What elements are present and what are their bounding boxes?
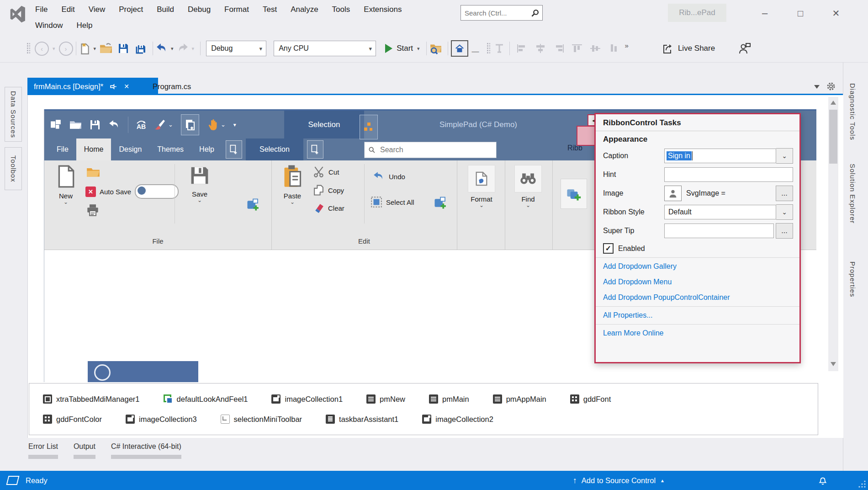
redo-icon[interactable] [177,43,189,54]
link-all-properties[interactable]: All Properties... [596,308,799,323]
designer-scrollbar[interactable] [828,97,838,371]
ribbon-tab-design[interactable]: Design [111,138,149,160]
select-all-button[interactable]: Select All [370,196,414,208]
scrollbar-thumb[interactable] [829,110,837,164]
solution-platform-select[interactable]: Any CPU ▾ [274,41,376,56]
component-item[interactable]: pmNew [366,394,405,404]
sidebar-tab-diagnostic-tools[interactable]: Diagnostic Tools [849,83,857,140]
new-project-icon[interactable] [79,43,90,54]
style-brush-button[interactable]: ⌄ [154,119,173,130]
ribbon-tab-selection[interactable]: Selection [246,138,303,160]
app-button-icon[interactable] [50,119,62,131]
open-folder-icon[interactable] [100,43,112,54]
maximize-button[interactable]: □ [789,4,811,23]
start-debugging-button[interactable]: Start ▾ [385,44,419,53]
link-add-dropdown-menu[interactable]: Add Dropdown Menu [596,274,799,290]
enabled-checkbox[interactable]: ✓ [603,243,614,254]
scroll-down-icon[interactable] [831,362,836,366]
minimize-button[interactable]: – [754,4,776,23]
redo-dropdown-icon[interactable]: ▾ [192,46,195,52]
tab-csharp-interactive[interactable]: C# Interactive (64-bit) [111,442,181,459]
auto-save-toggle[interactable] [135,184,179,199]
undo-button[interactable]: Undo [372,170,405,182]
add-to-source-control-button[interactable]: ↑ Add to Source Control ▲ [573,476,665,485]
add-page-button[interactable] [226,140,242,159]
menu-test[interactable]: Test [256,5,284,14]
menu-file[interactable]: File [28,5,54,14]
menu-project[interactable]: Project [112,5,150,14]
solution-configuration-select[interactable]: Debug ▾ [206,41,266,56]
sidebar-tab-properties[interactable]: Properties [849,261,857,297]
save-icon[interactable] [118,43,129,54]
sidebar-tab-solution-explorer[interactable]: Solution Explorer [849,164,857,224]
menu-debug[interactable]: Debug [181,5,217,14]
doc-tab-frmmain[interactable]: frmMain.cs [Design]* ✕ [27,78,158,95]
caption-input[interactable]: Sign in [664,149,776,163]
find-button[interactable]: Find ⌄ [510,165,546,208]
menu-window[interactable]: Window [28,21,69,30]
gear-icon[interactable] [826,81,836,91]
sidebar-tab-data-sources[interactable]: Data Sources [5,87,22,142]
add-bar-item-button[interactable] [434,196,447,212]
tab-output[interactable]: Output [74,442,95,459]
menu-extensions[interactable]: Extensions [357,5,408,14]
align-middles-icon[interactable] [589,43,601,53]
ribbon-style-dropdown-button[interactable]: ⌄ [776,204,793,220]
menu-analyze[interactable]: Analyze [284,5,325,14]
align-bottoms-icon[interactable] [608,43,619,53]
menu-build[interactable]: Build [150,5,181,14]
ribbon-category-header[interactable]: Selection [284,111,364,138]
toolbar-overflow-icon[interactable]: » [625,42,629,49]
add-page-button[interactable] [307,140,323,159]
link-add-dropdown-gallery[interactable]: Add Dropdown Gallery [596,259,799,274]
save-all-icon[interactable] [134,43,147,54]
quick-launch-search[interactable] [460,5,543,21]
align-lefts-icon[interactable] [516,43,528,53]
ribbon-search-input[interactable] [379,145,472,154]
print-icon[interactable] [86,204,99,218]
ribbon-search-box[interactable] [364,142,497,158]
save-button[interactable]: Save ⌄ [184,165,216,202]
close-icon[interactable]: ✕ [124,83,129,90]
copy-button[interactable]: Copy [313,184,344,196]
rename-ab-icon[interactable]: AB [136,119,146,130]
pin-icon[interactable] [110,83,117,91]
component-item[interactable]: taskbarAssistant1 [326,415,398,424]
toolbar-grip[interactable] [26,43,30,54]
open-icon[interactable] [86,166,100,180]
close-button[interactable]: ✕ [825,4,847,23]
sidebar-tab-toolbox[interactable]: Toolbox [5,147,22,190]
add-bar-item-button[interactable] [246,198,260,213]
resize-grip[interactable] [858,480,866,488]
component-item[interactable]: xtraTabbedMdiManager1 [43,394,140,404]
align-tops-icon[interactable] [571,43,583,53]
component-item[interactable]: imageCollection1 [271,394,343,404]
navigate-back-icon[interactable]: ‹ [35,42,49,56]
super-tip-input[interactable] [664,224,774,238]
doc-list-dropdown-icon[interactable] [814,85,820,89]
toolbar-grip[interactable] [487,43,490,54]
add-page-group-button[interactable] [360,115,378,139]
bell-icon[interactable] [818,475,828,485]
menu-edit[interactable]: Edit [54,5,81,14]
align-centers-icon[interactable] [535,43,546,53]
menu-format[interactable]: Format [217,5,256,14]
save-icon[interactable] [90,119,101,130]
partial-control-bar[interactable] [88,361,198,382]
link-add-dropdown-popupcontrolcontainer[interactable]: Add Dropdown PopupControlContainer [596,290,799,305]
ribbon-tab-home[interactable]: Home [76,138,111,160]
hint-input[interactable] [664,167,793,182]
pin-layout-icon[interactable] [494,43,505,54]
link-learn-more-online[interactable]: Learn More Online [596,325,799,341]
doc-tab-program[interactable]: Program.cs [153,78,191,95]
component-item[interactable]: pmAppMain [493,394,546,404]
menu-tools[interactable]: Tools [325,5,357,14]
undo-icon[interactable] [108,119,120,131]
component-item[interactable]: imageCollection3 [126,415,197,424]
component-item[interactable]: defaultLookAndFeel1 [164,394,248,404]
live-share-button[interactable]: Live Share [662,43,715,54]
add-group-button[interactable] [561,179,587,209]
menu-view[interactable]: View [82,5,112,14]
paste-button[interactable]: Paste ⌄ [276,165,308,204]
cut-button[interactable]: Cut [313,166,339,178]
